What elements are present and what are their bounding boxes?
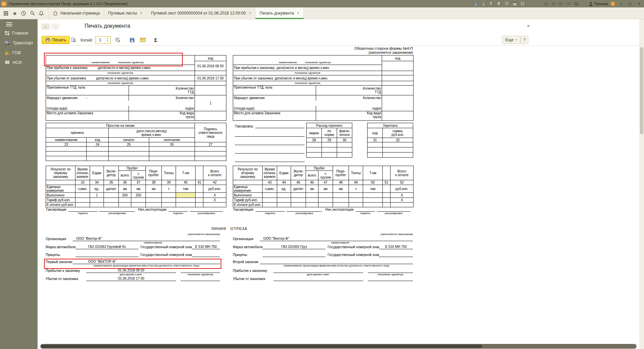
signature-field: подпись: [169, 208, 188, 215]
print-settings-icon[interactable]: [114, 36, 121, 44]
tab-waybill-document[interactable]: Путевой лист 00000000004 от 01.06.2018 1…: [147, 7, 256, 19]
form-cell: [368, 147, 383, 153]
preview-icon[interactable]: [70, 36, 77, 44]
titlebar-search-icon[interactable]: [574, 1, 579, 6]
tab-waybills[interactable]: Путевые листы ×: [104, 7, 147, 19]
copies-input[interactable]: [95, 37, 105, 43]
form-cell: При прибытии к заказчику дата(число и ме…: [46, 65, 195, 71]
form-cell: [195, 152, 226, 156]
form-cell: Код вида груза: [316, 111, 382, 121]
tab-close-icon[interactable]: ×: [297, 11, 299, 16]
view-close-icon[interactable]: ×: [527, 23, 530, 29]
forward-button[interactable]: →: [51, 23, 60, 30]
history-icon[interactable]: [21, 11, 26, 16]
vehicle-brand-label: Марка автомобиля: [233, 245, 263, 249]
titlebar-grid-icon[interactable]: [520, 1, 525, 6]
form-cell: 01.06.2018 17 00: [195, 75, 226, 81]
maximize-button[interactable]: □: [627, 1, 634, 7]
vertical-scrollbar-thumb[interactable]: [640, 47, 643, 134]
back-button[interactable]: ←: [41, 23, 50, 30]
cut-line-label: ЛИНИЯ ОТРЕЗА: [46, 227, 413, 231]
idle-time-table: Простои на линииПодпись ответственного л…: [46, 123, 226, 161]
chief-label: Нач.эксплуатации: [325, 208, 354, 212]
form-cell: сумма, руб.коп.: [383, 128, 413, 138]
titlebar-calc-icon[interactable]: [504, 1, 510, 6]
vertical-scrollbar[interactable]: [639, 19, 644, 349]
form-cell: ч,мин.: [263, 185, 277, 193]
form-cell: [383, 198, 391, 203]
sidebar-item-nsi[interactable]: НСИ: [0, 57, 38, 67]
form-cell: 37: [131, 180, 146, 185]
mail-icon[interactable]: [139, 36, 147, 44]
form-cell: Ездки: [90, 166, 104, 180]
tab-label: Путевые листы: [108, 11, 137, 16]
form-cell: [162, 203, 176, 207]
form-cell: [131, 203, 146, 207]
form-cell: 24: [87, 142, 109, 147]
signature-field: расшифровка: [99, 208, 135, 215]
form-cell: т: [162, 185, 176, 193]
print-button[interactable]: Печать: [42, 36, 70, 44]
sidebar-item-label: Транспорт: [13, 41, 33, 45]
current-user-button[interactable]: Татьяна: [589, 2, 608, 6]
search-icon[interactable]: [30, 11, 35, 16]
form-cell: 49: [349, 180, 363, 185]
print-toolbar: Печать Копий: ▲ ▼ Σ Еще ▼ ?: [38, 34, 639, 46]
form-cell: показание одометра: [46, 71, 195, 75]
form-cell: [277, 203, 291, 207]
save-icon[interactable]: [128, 36, 136, 44]
titlebar-export-icon[interactable]: [496, 1, 502, 6]
form-cell: [291, 193, 306, 198]
form-cell: код: [368, 128, 383, 138]
form-cell: [203, 203, 226, 207]
sidebar-item-fuel[interactable]: ГСМ: [0, 48, 38, 57]
coupon-first-customer: (заполняется заказчиком) Организация ООО…: [46, 233, 220, 281]
idle-time-table-table: Простои на линииПодпись ответственного л…: [46, 123, 226, 161]
more-button[interactable]: Еще ▼: [502, 36, 520, 44]
favorites-star-icon[interactable]: ★: [13, 11, 17, 16]
horizontal-scrollbar[interactable]: [40, 344, 637, 349]
zoom-m-minus-button[interactable]: M-: [566, 2, 572, 6]
increment-icon[interactable]: ▲: [105, 38, 110, 40]
tab-home[interactable]: Начальная страница: [49, 7, 104, 19]
titlebar-calendar-icon[interactable]: [512, 1, 517, 6]
decrement-icon[interactable]: ▼: [105, 40, 110, 42]
sidebar-item-transport[interactable]: Транспорт: [0, 38, 38, 48]
form-cell: руб.коп.: [203, 185, 226, 193]
form-cell: [196, 193, 203, 198]
form-cell: При убытии от заказчика дата(число и мес…: [46, 75, 195, 81]
info-icon[interactable]: i: [610, 1, 615, 6]
menu-toggle-button[interactable]: [0, 19, 38, 28]
titlebar-zoom-icon[interactable]: [543, 1, 549, 6]
tab-close-icon[interactable]: ×: [140, 11, 142, 16]
titlebar-save-icon[interactable]: [473, 1, 479, 6]
signature-field: расшифровка: [287, 208, 322, 215]
help-button[interactable]: ?: [521, 36, 528, 44]
depart-odometer-line: [368, 276, 413, 281]
form-cell: [383, 203, 391, 207]
zoom-m-plus-button[interactable]: M+: [558, 2, 564, 6]
horizontal-scrollbar-thumb[interactable]: [41, 345, 482, 348]
tab-print-document[interactable]: Печать документа ×: [256, 7, 304, 19]
form-cell: [263, 198, 277, 203]
sum-icon[interactable]: Σ: [152, 36, 159, 44]
zoom-m-button[interactable]: M: [551, 2, 555, 6]
form-cell: [306, 193, 318, 198]
form-cell: 42: [203, 180, 226, 185]
close-window-button[interactable]: ×: [636, 1, 643, 7]
sidebar-item-main[interactable]: Главное: [0, 28, 38, 38]
titlebar-print-icon[interactable]: [481, 1, 486, 6]
tab-close-icon[interactable]: ×: [249, 11, 251, 16]
minimize-button[interactable]: –: [618, 1, 624, 7]
form-cell: 01.06.2018 08 00: [195, 61, 226, 71]
copies-stepper[interactable]: ▲ ▼: [95, 36, 111, 44]
titlebar-preview-icon[interactable]: [489, 1, 494, 6]
form-cell: [318, 193, 333, 198]
form-cell: [337, 153, 352, 158]
main-menu-icon[interactable]: [3, 11, 8, 16]
form-cell: 47: [318, 180, 333, 185]
notifications-bell-icon[interactable]: [39, 11, 44, 16]
signature-field: подпись: [256, 208, 285, 215]
plate-value-line: Е 516 МН 750: [379, 245, 413, 249]
vehicle-brand-value-line: ГАЗ 331063 Грузовой бо: [75, 245, 138, 249]
